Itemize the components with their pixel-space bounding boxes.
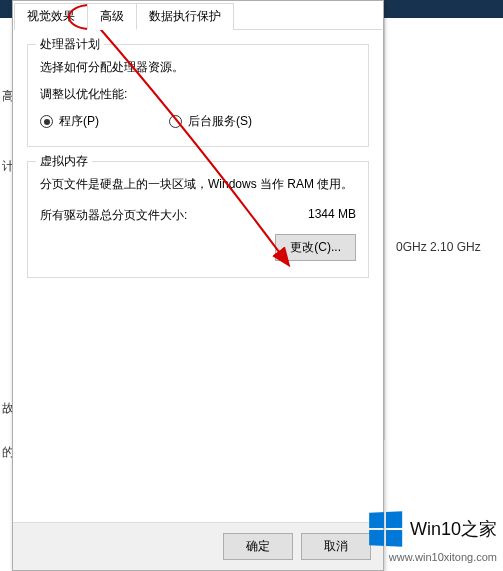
tab-panel-advanced: 处理器计划 选择如何分配处理器资源。 调整以优化性能: 程序(P) 后台服务(S…: [13, 30, 383, 306]
radio-services-label: 后台服务(S): [188, 113, 252, 130]
scheduler-adjust-label: 调整以优化性能:: [40, 86, 356, 103]
vmem-desc: 分页文件是硬盘上的一块区域，Windows 当作 RAM 使用。: [40, 176, 356, 193]
watermark: Win10之家: [368, 512, 497, 546]
bg-cpu-freq: 0GHz 2.10 GHz: [396, 240, 481, 254]
radio-dot-icon: [40, 115, 53, 128]
radio-dot-icon: [169, 115, 182, 128]
tab-advanced[interactable]: 高级: [87, 3, 137, 30]
vmem-total-value: 1344 MB: [308, 207, 356, 224]
tab-dep[interactable]: 数据执行保护: [136, 3, 234, 30]
watermark-title: Win10之家: [410, 517, 497, 541]
ok-button[interactable]: 确定: [223, 533, 293, 560]
group-processor-scheduling: 处理器计划 选择如何分配处理器资源。 调整以优化性能: 程序(P) 后台服务(S…: [27, 44, 369, 147]
performance-options-dialog: 视觉效果 高级 数据执行保护 处理器计划 选择如何分配处理器资源。 调整以优化性…: [12, 0, 384, 571]
cancel-button[interactable]: 取消: [301, 533, 371, 560]
radio-programs[interactable]: 程序(P): [40, 113, 99, 130]
group-virtual-memory: 虚拟内存 分页文件是硬盘上的一块区域，Windows 当作 RAM 使用。 所有…: [27, 161, 369, 278]
dialog-footer: 确定 取消: [13, 522, 383, 570]
group-title-scheduler: 处理器计划: [36, 36, 104, 53]
change-button[interactable]: 更改(C)...: [275, 234, 356, 261]
background-panel: [384, 18, 503, 440]
tabstrip: 视觉效果 高级 数据执行保护: [14, 2, 382, 30]
watermark-url: www.win10xitong.com: [389, 551, 497, 563]
group-title-vmem: 虚拟内存: [36, 153, 92, 170]
radio-programs-label: 程序(P): [59, 113, 99, 130]
scheduler-desc: 选择如何分配处理器资源。: [40, 59, 356, 76]
vmem-total-label: 所有驱动器总分页文件大小:: [40, 207, 187, 224]
tab-visual-effects[interactable]: 视觉效果: [14, 3, 88, 30]
radio-background-services[interactable]: 后台服务(S): [169, 113, 252, 130]
windows-logo-icon: [369, 511, 402, 546]
